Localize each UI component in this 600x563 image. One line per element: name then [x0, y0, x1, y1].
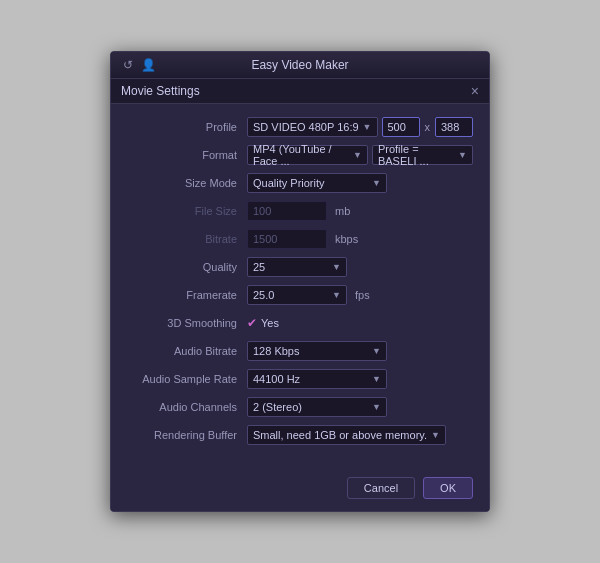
format-select-arrow: ▼	[353, 150, 362, 160]
profile-label: Profile	[127, 121, 247, 133]
quality-label: Quality	[127, 261, 247, 273]
audio-bitrate-control: 128 Kbps ▼	[247, 341, 473, 361]
audio-bitrate-label: Audio Bitrate	[127, 345, 247, 357]
quality-select[interactable]: 25 ▼	[247, 257, 347, 277]
size-mode-select[interactable]: Quality Priority ▼	[247, 173, 387, 193]
close-button[interactable]: ×	[471, 84, 479, 98]
quality-control: 25 ▼	[247, 257, 473, 277]
rendering-buffer-control: Small, need 1GB or above memory. ▼	[247, 425, 473, 445]
dialog-footer: Cancel OK	[111, 464, 489, 511]
file-size-input	[247, 201, 327, 221]
profile-icon[interactable]: 👤	[141, 58, 155, 72]
smoothing-row: 3D Smoothing ✔ Yes	[127, 312, 473, 334]
dialog-header: Movie Settings ×	[111, 79, 489, 104]
audio-channels-label: Audio Channels	[127, 401, 247, 413]
size-mode-control: Quality Priority ▼	[247, 173, 473, 193]
profile-select-arrow: ▼	[363, 122, 372, 132]
dimension-separator: x	[425, 121, 431, 133]
bitrate-input	[247, 229, 327, 249]
dialog-body: Profile SD VIDEO 480P 16:9 ▼ x Format	[111, 104, 489, 464]
audio-channels-select[interactable]: 2 (Stereo) ▼	[247, 397, 387, 417]
format-select[interactable]: MP4 (YouTube / Face ... ▼	[247, 145, 368, 165]
format-profile-select[interactable]: Profile = BASELI ... ▼	[372, 145, 473, 165]
app-window: ↺ 👤 Easy Video Maker Movie Settings × Pr…	[110, 51, 490, 512]
smoothing-checkbox-icon[interactable]: ✔	[247, 316, 257, 330]
rendering-buffer-arrow: ▼	[431, 430, 440, 440]
audio-sample-rate-row: Audio Sample Rate 44100 Hz ▼	[127, 368, 473, 390]
audio-bitrate-select[interactable]: 128 Kbps ▼	[247, 341, 387, 361]
profile-select[interactable]: SD VIDEO 480P 16:9 ▼	[247, 117, 378, 137]
framerate-control: 25.0 ▼ fps	[247, 285, 473, 305]
size-mode-arrow: ▼	[372, 178, 381, 188]
audio-bitrate-row: Audio Bitrate 128 Kbps ▼	[127, 340, 473, 362]
format-profile-arrow: ▼	[458, 150, 467, 160]
audio-channels-arrow: ▼	[372, 402, 381, 412]
framerate-select[interactable]: 25.0 ▼	[247, 285, 347, 305]
framerate-label: Framerate	[127, 289, 247, 301]
movie-settings-dialog: Movie Settings × Profile SD VIDEO 480P 1…	[111, 79, 489, 511]
smoothing-control: ✔ Yes	[247, 316, 473, 330]
cancel-button[interactable]: Cancel	[347, 477, 415, 499]
profile-row: Profile SD VIDEO 480P 16:9 ▼ x	[127, 116, 473, 138]
file-size-control: mb	[247, 201, 473, 221]
file-size-unit: mb	[335, 205, 350, 217]
title-bar: ↺ 👤 Easy Video Maker	[111, 52, 489, 79]
format-row: Format MP4 (YouTube / Face ... ▼ Profile…	[127, 144, 473, 166]
format-label: Format	[127, 149, 247, 161]
rendering-buffer-label: Rendering Buffer	[127, 429, 247, 441]
smoothing-checkbox-row: ✔ Yes	[247, 316, 279, 330]
back-icon[interactable]: ↺	[121, 58, 135, 72]
bitrate-row: Bitrate kbps	[127, 228, 473, 250]
quality-row: Quality 25 ▼	[127, 256, 473, 278]
framerate-arrow: ▼	[332, 290, 341, 300]
rendering-buffer-row: Rendering Buffer Small, need 1GB or abov…	[127, 424, 473, 446]
bitrate-unit: kbps	[335, 233, 358, 245]
rendering-buffer-select[interactable]: Small, need 1GB or above memory. ▼	[247, 425, 446, 445]
profile-dimensions: x	[382, 117, 474, 137]
audio-sample-rate-arrow: ▼	[372, 374, 381, 384]
audio-channels-control: 2 (Stereo) ▼	[247, 397, 473, 417]
smoothing-label: 3D Smoothing	[127, 317, 247, 329]
file-size-row: File Size mb	[127, 200, 473, 222]
audio-sample-rate-select[interactable]: 44100 Hz ▼	[247, 369, 387, 389]
format-control: MP4 (YouTube / Face ... ▼ Profile = BASE…	[247, 145, 473, 165]
file-size-label: File Size	[127, 205, 247, 217]
audio-channels-row: Audio Channels 2 (Stereo) ▼	[127, 396, 473, 418]
ok-button[interactable]: OK	[423, 477, 473, 499]
framerate-row: Framerate 25.0 ▼ fps	[127, 284, 473, 306]
audio-bitrate-arrow: ▼	[372, 346, 381, 356]
profile-width-input[interactable]	[382, 117, 420, 137]
audio-sample-rate-control: 44100 Hz ▼	[247, 369, 473, 389]
bitrate-label: Bitrate	[127, 233, 247, 245]
app-title: Easy Video Maker	[251, 58, 348, 72]
title-bar-icons: ↺ 👤	[121, 58, 155, 72]
dialog-title: Movie Settings	[121, 84, 200, 98]
audio-sample-rate-label: Audio Sample Rate	[127, 373, 247, 385]
quality-arrow: ▼	[332, 262, 341, 272]
smoothing-checkbox-label: Yes	[261, 317, 279, 329]
framerate-unit: fps	[355, 289, 370, 301]
profile-control: SD VIDEO 480P 16:9 ▼ x	[247, 117, 473, 137]
bitrate-control: kbps	[247, 229, 473, 249]
size-mode-label: Size Mode	[127, 177, 247, 189]
profile-height-input[interactable]	[435, 117, 473, 137]
size-mode-row: Size Mode Quality Priority ▼	[127, 172, 473, 194]
